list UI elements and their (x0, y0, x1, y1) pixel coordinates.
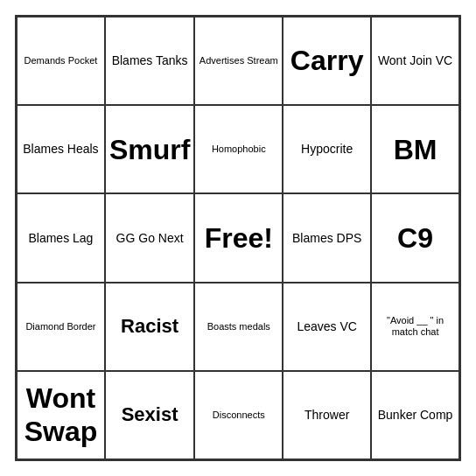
bingo-cell-r0c2[interactable]: Advertises Stream (194, 17, 283, 105)
bingo-cell-r1c4[interactable]: BM (371, 105, 459, 193)
bingo-cell-r4c3[interactable]: Thrower (283, 371, 371, 459)
bingo-cell-r3c3[interactable]: Leaves VC (283, 283, 371, 371)
bingo-cell-r1c1[interactable]: Smurf (105, 105, 194, 193)
bingo-board: Demands PocketBlames TanksAdvertises Str… (15, 15, 461, 461)
bingo-cell-r1c0[interactable]: Blames Heals (17, 105, 105, 193)
bingo-cell-r4c4[interactable]: Bunker Comp (371, 371, 459, 459)
bingo-cell-r3c1[interactable]: Racist (105, 283, 194, 371)
bingo-cell-r2c3[interactable]: Blames DPS (283, 193, 371, 282)
bingo-cell-r1c3[interactable]: Hypocrite (283, 105, 371, 193)
bingo-cell-r2c2[interactable]: Free! (194, 193, 283, 282)
bingo-cell-r2c1[interactable]: GG Go Next (105, 193, 194, 282)
bingo-cell-r2c0[interactable]: Blames Lag (17, 193, 105, 282)
bingo-cell-r0c1[interactable]: Blames Tanks (105, 17, 194, 105)
bingo-cell-r3c2[interactable]: Boasts medals (194, 283, 283, 371)
bingo-cell-r0c4[interactable]: Wont Join VC (371, 17, 459, 105)
bingo-cell-r3c4[interactable]: "Avoid __ " in match chat (371, 283, 459, 371)
bingo-cell-r4c2[interactable]: Disconnects (194, 371, 283, 459)
bingo-cell-r4c0[interactable]: Wont Swap (17, 371, 105, 459)
bingo-cell-r4c1[interactable]: Sexist (105, 371, 194, 459)
bingo-cell-r1c2[interactable]: Homophobic (194, 105, 283, 193)
bingo-cell-r0c0[interactable]: Demands Pocket (17, 17, 105, 105)
bingo-cell-r2c4[interactable]: C9 (371, 193, 459, 282)
bingo-cell-r0c3[interactable]: Carry (283, 17, 371, 105)
bingo-cell-r3c0[interactable]: Diamond Border (17, 283, 105, 371)
